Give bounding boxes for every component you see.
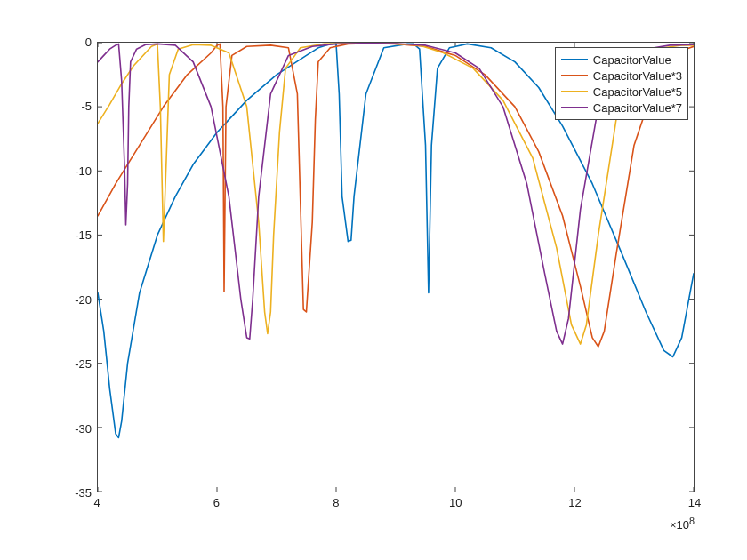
legend-label: CapacitorValue*5	[593, 85, 682, 99]
x-tick-label: 14	[688, 496, 701, 509]
x-tick-label: 12	[568, 496, 581, 509]
y-tick-label: -20	[0, 292, 92, 306]
x-axis-exponent: ×108	[670, 516, 695, 532]
legend[interactable]: CapacitorValue CapacitorValue*3 Capacito…	[555, 47, 688, 120]
x-tick-label: 10	[449, 496, 462, 509]
x-tick-label: 6	[213, 496, 220, 509]
y-tick-label: -15	[0, 228, 92, 242]
y-tick-label: 0	[0, 36, 92, 49]
y-tick-label: -5	[0, 100, 92, 113]
legend-entry[interactable]: CapacitorValue*5	[561, 84, 682, 100]
legend-swatch	[561, 91, 588, 92]
legend-swatch	[561, 75, 588, 76]
figure-container: 0 -5 -10 -15 -20 -25 -30 -35 4 6 8 10 12…	[0, 0, 747, 560]
legend-swatch	[561, 107, 588, 108]
x-tick-label: 4	[93, 496, 100, 509]
y-tick-label: -30	[0, 421, 92, 435]
x-tick-label: 8	[333, 496, 339, 509]
y-tick-label: -35	[0, 486, 92, 500]
legend-entry[interactable]: CapacitorValue*3	[561, 68, 682, 84]
legend-label: CapacitorValue	[593, 53, 671, 67]
legend-entry[interactable]: CapacitorValue	[561, 52, 682, 68]
legend-label: CapacitorValue*7	[593, 101, 682, 115]
legend-label: CapacitorValue*3	[593, 69, 682, 83]
y-tick-label: -25	[0, 357, 92, 371]
y-tick-label: -10	[0, 164, 92, 177]
legend-swatch	[561, 59, 588, 60]
y-axis-tick-labels: 0 -5 -10 -15 -20 -25 -30 -35	[0, 42, 92, 492]
legend-entry[interactable]: CapacitorValue*7	[561, 100, 682, 116]
x-axis-tick-labels: 4 6 8 10 12 14	[97, 494, 695, 521]
plot-area[interactable]: CapacitorValue CapacitorValue*3 Capacito…	[97, 42, 695, 492]
